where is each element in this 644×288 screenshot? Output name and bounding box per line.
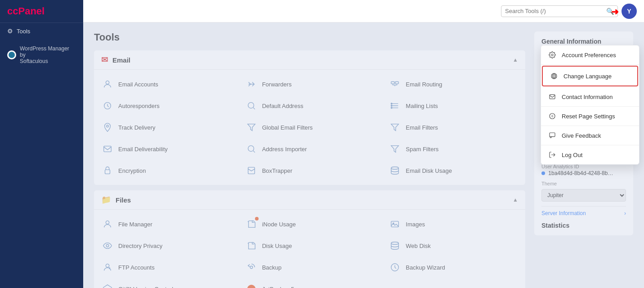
sidebar-item-wordpress[interactable]: WordPress Manager by Softaculous [0, 41, 83, 69]
svg-rect-14 [104, 146, 112, 152]
svg-point-15 [248, 146, 254, 152]
svg-rect-18 [248, 167, 255, 174]
list-item[interactable]: Address Importer [238, 138, 382, 160]
encryption-icon [101, 164, 114, 177]
sidebar-item-tools[interactable]: ⚙ Tools [0, 23, 83, 39]
tool-label: BoxTrapper [262, 167, 292, 174]
svg-rect-2 [395, 82, 398, 84]
files-section-header[interactable]: 📁 Files ▲ [94, 190, 525, 210]
list-item[interactable]: Email Disk Usage [381, 160, 525, 181]
disk-usage-icon [245, 239, 258, 252]
tool-label: Spam Filters [406, 146, 438, 153]
list-item[interactable]: Autoresponders [94, 95, 238, 117]
list-item[interactable]: Disk Usage [238, 235, 382, 256]
list-item[interactable]: Spam Filters [381, 138, 525, 160]
file-manager-icon [101, 218, 114, 230]
web-disk-icon [389, 239, 401, 252]
svg-rect-21 [391, 221, 399, 227]
search-input[interactable] [505, 8, 606, 14]
svg-point-11 [107, 125, 109, 127]
svg-point-0 [106, 81, 109, 84]
list-item[interactable]: Git™ Version Control [94, 278, 238, 288]
svg-point-20 [106, 221, 109, 224]
email-section: ✉ Email ▲ Email Accounts [94, 50, 525, 185]
svg-point-31 [551, 54, 553, 56]
list-item[interactable]: JB JetBackup 5 [238, 278, 382, 288]
svg-rect-33 [550, 94, 555, 99]
list-item[interactable]: Images [381, 213, 525, 235]
tool-label: Backup [262, 264, 282, 271]
tool-label: Email Disk Usage [406, 167, 452, 174]
svg-marker-16 [391, 146, 399, 153]
list-item[interactable]: Forwarders [238, 73, 382, 95]
forwarders-icon [245, 78, 258, 90]
list-item[interactable]: iNode Usage [238, 213, 382, 235]
dropdown-item-contact-information[interactable]: Contact Information [541, 87, 639, 107]
tool-label: FTP Accounts [118, 264, 155, 271]
list-item[interactable]: BoxTrapper [238, 160, 382, 181]
list-item[interactable]: Directory Privacy [94, 235, 238, 256]
tool-label: Email Accounts [118, 81, 158, 88]
email-accounts-icon [101, 78, 114, 90]
list-item[interactable]: Backup Wizard [381, 256, 525, 278]
dropdown-item-account-preferences[interactable]: Account Preferences [541, 45, 639, 65]
svg-marker-13 [391, 124, 399, 131]
list-item[interactable]: Encryption [94, 160, 238, 181]
account-preferences-icon [548, 51, 556, 59]
theme-select[interactable]: Jupiter [541, 189, 626, 202]
list-item[interactable]: Backup [238, 256, 382, 278]
list-item[interactable]: Mailing Lists [381, 95, 525, 117]
dropdown-item-label: Contact Information [562, 94, 613, 100]
svg-point-26 [250, 266, 253, 269]
svg-point-9 [391, 105, 393, 107]
track-delivery-icon [101, 121, 114, 134]
list-item[interactable]: FTP Accounts [94, 256, 238, 278]
images-icon [389, 218, 401, 230]
server-info-row[interactable]: Server Information › [541, 206, 626, 220]
svg-rect-1 [391, 82, 394, 84]
reset-page-settings-icon [548, 112, 556, 120]
files-section: 📁 Files ▲ File Manager [94, 190, 525, 288]
tool-label: Disk Usage [262, 243, 292, 249]
wp-sublabel: Softaculous [20, 58, 76, 64]
user-avatar[interactable]: Y [622, 4, 637, 19]
tool-label: Mailing Lists [406, 103, 438, 109]
dropdown-item-reset-page-settings[interactable]: Reset Page Settings [541, 107, 639, 126]
email-deliverability-icon [101, 143, 114, 155]
svg-point-24 [391, 242, 399, 245]
list-item[interactable]: Email Accounts [94, 73, 238, 95]
svg-point-32 [551, 73, 557, 79]
dropdown-item-label: Reset Page Settings [562, 113, 615, 120]
dropdown-item-log-out[interactable]: Log Out [541, 145, 639, 164]
svg-point-4 [248, 103, 254, 108]
sidebar: ccPanel ⚙ Tools WordPress Manager by Sof… [0, 0, 83, 288]
list-item[interactable]: Track Delivery [94, 117, 238, 138]
files-tools-grid: File Manager iNode Usage [94, 210, 525, 288]
logo-prefix: c [7, 5, 13, 17]
list-item[interactable]: Default Address [238, 95, 382, 117]
list-item[interactable]: Web Disk [381, 235, 525, 256]
tool-label: Backup Wizard [406, 264, 445, 271]
main-area: 🔍 ➜ Y Tools ✉ Email ▲ [83, 0, 644, 288]
sidebar-item-label: Tools [17, 28, 30, 35]
svg-rect-17 [105, 170, 110, 174]
dropdown-item-change-language[interactable]: Change Language [542, 66, 638, 86]
list-item[interactable]: File Manager [94, 213, 238, 235]
svg-marker-12 [247, 124, 255, 131]
list-item[interactable]: Global Email Filters [238, 117, 382, 138]
list-item[interactable]: Email Deliverability [94, 138, 238, 160]
tool-label: Autoresponders [118, 103, 160, 109]
svg-point-19 [391, 167, 399, 170]
email-section-header[interactable]: ✉ Email ▲ [94, 50, 525, 70]
boxtrapper-icon [245, 164, 258, 177]
list-item[interactable]: Email Filters [381, 117, 525, 138]
tools-main: Tools ✉ Email ▲ [94, 32, 525, 279]
tool-label: iNode Usage [262, 221, 296, 228]
jetbackup-icon: JB [245, 283, 258, 288]
files-section-title: Files [116, 196, 131, 204]
dropdown-item-give-feedback[interactable]: Give Feedback [541, 126, 639, 145]
svg-point-23 [106, 244, 109, 247]
search-button[interactable]: 🔍 [606, 8, 614, 15]
tool-label: Email Routing [406, 81, 442, 88]
list-item[interactable]: Email Routing [381, 73, 525, 95]
